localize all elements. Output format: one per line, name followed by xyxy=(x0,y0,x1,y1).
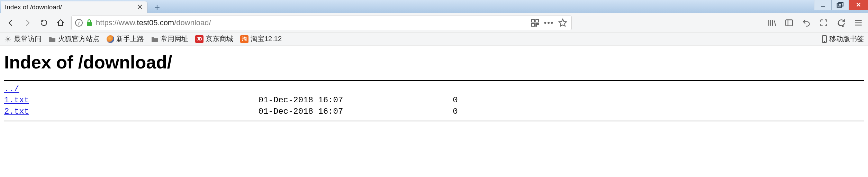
home-button[interactable] xyxy=(55,17,66,29)
window-maximize-button[interactable] xyxy=(831,0,849,10)
bookmark-taobao[interactable]: 淘 淘宝12.12 xyxy=(240,34,282,44)
svg-rect-10 xyxy=(786,20,793,26)
page-heading: Index of /download/ xyxy=(4,52,864,73)
file-link[interactable]: 1.txt xyxy=(4,95,29,105)
reload-button[interactable] xyxy=(38,17,50,29)
page-actions-icon[interactable]: ••• xyxy=(544,18,554,28)
svg-rect-2 xyxy=(839,2,843,6)
close-tab-icon[interactable]: ✕ xyxy=(137,3,143,12)
library-icon[interactable] xyxy=(767,18,777,28)
svg-rect-4 xyxy=(532,19,534,22)
bookmark-getting-started[interactable]: 新手上路 xyxy=(107,34,144,44)
chat-icon[interactable] xyxy=(836,18,846,28)
window-minimize-button[interactable] xyxy=(814,0,831,10)
tab-title: Index of /download/ xyxy=(5,3,62,11)
folder-icon xyxy=(151,36,159,42)
forward-button[interactable] xyxy=(21,17,33,29)
titlebar-spacer xyxy=(165,0,814,13)
bookmark-label: 火狐官方站点 xyxy=(58,34,100,44)
browser-navbar: i https://www.test05.com/download/ ••• xyxy=(0,13,868,32)
bookmark-most-visited[interactable]: 最常访问 xyxy=(4,34,42,44)
bookmark-jd[interactable]: JD 京东商城 xyxy=(195,34,233,44)
jd-icon: JD xyxy=(195,35,204,43)
address-bar[interactable]: i https://www.test05.com/download/ ••• xyxy=(71,16,572,30)
gear-icon xyxy=(4,36,12,42)
svg-rect-6 xyxy=(532,24,534,26)
page-content: Index of /download/ ../ 1.txt 01-Dec-201… xyxy=(0,46,868,123)
taobao-icon: 淘 xyxy=(240,35,248,43)
url-host: test05.com xyxy=(137,18,174,27)
bookmarks-bar: 最常访问 火狐官方站点 新手上路 常用网址 JD 京东商城 淘 淘宝12.12 … xyxy=(0,32,868,46)
directory-listing: ../ 1.txt 01-Dec-2018 16:07 0 2.txt 01-D… xyxy=(4,81,864,121)
svg-rect-7 xyxy=(536,24,537,25)
url-path: /download/ xyxy=(174,18,211,27)
folder-icon xyxy=(48,36,56,42)
svg-point-15 xyxy=(7,38,9,40)
screenshot-icon[interactable] xyxy=(819,18,829,28)
svg-rect-1 xyxy=(837,4,841,7)
window-close-button[interactable]: ✕ xyxy=(849,0,868,10)
toolbar-right xyxy=(767,18,863,28)
qr-icon[interactable] xyxy=(530,18,540,28)
window-controls: ✕ xyxy=(814,0,868,13)
mobile-bookmarks-label: 移动版书签 xyxy=(829,34,864,44)
url-scheme: https://www. xyxy=(96,18,137,27)
url-text: https://www.test05.com/download/ xyxy=(96,18,526,27)
browser-tab[interactable]: Index of /download/ ✕ xyxy=(1,1,147,13)
new-tab-button[interactable]: + xyxy=(150,1,165,13)
parent-dir-link[interactable]: ../ xyxy=(4,84,19,94)
mobile-bookmarks-button[interactable]: 移动版书签 xyxy=(822,34,864,44)
svg-rect-3 xyxy=(87,22,92,26)
bookmark-label: 常用网址 xyxy=(161,34,188,44)
bookmark-label: 新手上路 xyxy=(116,34,144,44)
back-button[interactable] xyxy=(5,17,17,29)
menu-button[interactable] xyxy=(853,18,863,28)
sidebar-icon[interactable] xyxy=(784,18,794,28)
site-info-icon[interactable]: i xyxy=(75,19,83,27)
svg-rect-8 xyxy=(537,24,539,25)
file-link[interactable]: 2.txt xyxy=(4,107,29,116)
undo-icon[interactable] xyxy=(802,18,811,28)
hr-bottom xyxy=(4,121,864,121)
svg-rect-9 xyxy=(536,25,537,26)
bookmark-firefox-official[interactable]: 火狐官方站点 xyxy=(48,34,100,44)
bookmark-common-sites[interactable]: 常用网址 xyxy=(151,34,188,44)
window-titlebar: Index of /download/ ✕ + ✕ xyxy=(0,0,868,13)
bookmark-label: 最常访问 xyxy=(14,34,42,44)
svg-rect-5 xyxy=(536,19,539,22)
firefox-icon xyxy=(107,35,114,43)
bookmark-star-icon[interactable] xyxy=(558,18,568,28)
bookmark-label: 淘宝12.12 xyxy=(251,34,282,44)
lock-icon xyxy=(86,19,92,27)
bookmark-label: 京东商城 xyxy=(206,34,233,44)
